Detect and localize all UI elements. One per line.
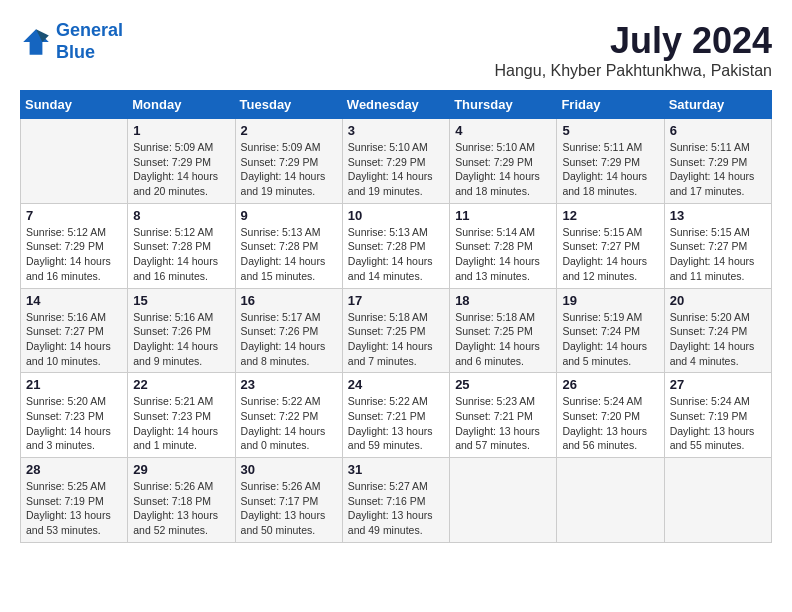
day-number: 6 (670, 123, 766, 138)
week-row-5: 28Sunrise: 5:25 AM Sunset: 7:19 PM Dayli… (21, 458, 772, 543)
calendar-cell: 18Sunrise: 5:18 AM Sunset: 7:25 PM Dayli… (450, 288, 557, 373)
calendar-cell: 2Sunrise: 5:09 AM Sunset: 7:29 PM Daylig… (235, 119, 342, 204)
day-number: 12 (562, 208, 658, 223)
day-number: 29 (133, 462, 229, 477)
day-info: Sunrise: 5:19 AM Sunset: 7:24 PM Dayligh… (562, 310, 658, 369)
day-info: Sunrise: 5:27 AM Sunset: 7:16 PM Dayligh… (348, 479, 444, 538)
logo-text: General Blue (56, 20, 123, 63)
day-info: Sunrise: 5:09 AM Sunset: 7:29 PM Dayligh… (241, 140, 337, 199)
day-number: 4 (455, 123, 551, 138)
weekday-header-thursday: Thursday (450, 91, 557, 119)
day-number: 22 (133, 377, 229, 392)
day-number: 19 (562, 293, 658, 308)
day-info: Sunrise: 5:16 AM Sunset: 7:27 PM Dayligh… (26, 310, 122, 369)
day-info: Sunrise: 5:12 AM Sunset: 7:29 PM Dayligh… (26, 225, 122, 284)
day-number: 24 (348, 377, 444, 392)
day-number: 17 (348, 293, 444, 308)
calendar-cell: 6Sunrise: 5:11 AM Sunset: 7:29 PM Daylig… (664, 119, 771, 204)
day-number: 20 (670, 293, 766, 308)
day-info: Sunrise: 5:18 AM Sunset: 7:25 PM Dayligh… (348, 310, 444, 369)
day-info: Sunrise: 5:12 AM Sunset: 7:28 PM Dayligh… (133, 225, 229, 284)
day-info: Sunrise: 5:24 AM Sunset: 7:20 PM Dayligh… (562, 394, 658, 453)
calendar-cell: 23Sunrise: 5:22 AM Sunset: 7:22 PM Dayli… (235, 373, 342, 458)
day-number: 15 (133, 293, 229, 308)
day-number: 1 (133, 123, 229, 138)
week-row-4: 21Sunrise: 5:20 AM Sunset: 7:23 PM Dayli… (21, 373, 772, 458)
week-row-2: 7Sunrise: 5:12 AM Sunset: 7:29 PM Daylig… (21, 203, 772, 288)
day-info: Sunrise: 5:13 AM Sunset: 7:28 PM Dayligh… (348, 225, 444, 284)
day-number: 8 (133, 208, 229, 223)
calendar-cell: 17Sunrise: 5:18 AM Sunset: 7:25 PM Dayli… (342, 288, 449, 373)
day-info: Sunrise: 5:16 AM Sunset: 7:26 PM Dayligh… (133, 310, 229, 369)
day-number: 16 (241, 293, 337, 308)
day-info: Sunrise: 5:26 AM Sunset: 7:18 PM Dayligh… (133, 479, 229, 538)
calendar-cell (21, 119, 128, 204)
day-info: Sunrise: 5:20 AM Sunset: 7:23 PM Dayligh… (26, 394, 122, 453)
calendar-cell: 10Sunrise: 5:13 AM Sunset: 7:28 PM Dayli… (342, 203, 449, 288)
day-number: 26 (562, 377, 658, 392)
calendar-cell: 28Sunrise: 5:25 AM Sunset: 7:19 PM Dayli… (21, 458, 128, 543)
calendar-cell (450, 458, 557, 543)
calendar-cell: 3Sunrise: 5:10 AM Sunset: 7:29 PM Daylig… (342, 119, 449, 204)
day-info: Sunrise: 5:15 AM Sunset: 7:27 PM Dayligh… (670, 225, 766, 284)
day-info: Sunrise: 5:13 AM Sunset: 7:28 PM Dayligh… (241, 225, 337, 284)
title-area: July 2024 Hangu, Khyber Pakhtunkhwa, Pak… (495, 20, 773, 80)
day-number: 7 (26, 208, 122, 223)
day-info: Sunrise: 5:25 AM Sunset: 7:19 PM Dayligh… (26, 479, 122, 538)
weekday-header-monday: Monday (128, 91, 235, 119)
month-year: July 2024 (495, 20, 773, 62)
week-row-1: 1Sunrise: 5:09 AM Sunset: 7:29 PM Daylig… (21, 119, 772, 204)
calendar-cell: 1Sunrise: 5:09 AM Sunset: 7:29 PM Daylig… (128, 119, 235, 204)
calendar-cell: 16Sunrise: 5:17 AM Sunset: 7:26 PM Dayli… (235, 288, 342, 373)
day-number: 23 (241, 377, 337, 392)
calendar-cell: 9Sunrise: 5:13 AM Sunset: 7:28 PM Daylig… (235, 203, 342, 288)
calendar-cell: 14Sunrise: 5:16 AM Sunset: 7:27 PM Dayli… (21, 288, 128, 373)
day-info: Sunrise: 5:09 AM Sunset: 7:29 PM Dayligh… (133, 140, 229, 199)
day-info: Sunrise: 5:10 AM Sunset: 7:29 PM Dayligh… (455, 140, 551, 199)
calendar-cell: 26Sunrise: 5:24 AM Sunset: 7:20 PM Dayli… (557, 373, 664, 458)
day-number: 28 (26, 462, 122, 477)
day-number: 2 (241, 123, 337, 138)
calendar-cell: 7Sunrise: 5:12 AM Sunset: 7:29 PM Daylig… (21, 203, 128, 288)
calendar-cell: 22Sunrise: 5:21 AM Sunset: 7:23 PM Dayli… (128, 373, 235, 458)
calendar-cell: 21Sunrise: 5:20 AM Sunset: 7:23 PM Dayli… (21, 373, 128, 458)
day-number: 18 (455, 293, 551, 308)
calendar-cell: 19Sunrise: 5:19 AM Sunset: 7:24 PM Dayli… (557, 288, 664, 373)
day-info: Sunrise: 5:11 AM Sunset: 7:29 PM Dayligh… (562, 140, 658, 199)
weekday-header-row: SundayMondayTuesdayWednesdayThursdayFrid… (21, 91, 772, 119)
calendar-cell: 30Sunrise: 5:26 AM Sunset: 7:17 PM Dayli… (235, 458, 342, 543)
day-info: Sunrise: 5:17 AM Sunset: 7:26 PM Dayligh… (241, 310, 337, 369)
calendar-cell (664, 458, 771, 543)
logo-line2: Blue (56, 42, 95, 62)
header: General Blue July 2024 Hangu, Khyber Pak… (20, 20, 772, 80)
day-number: 11 (455, 208, 551, 223)
logo: General Blue (20, 20, 123, 63)
day-number: 21 (26, 377, 122, 392)
day-number: 31 (348, 462, 444, 477)
day-number: 14 (26, 293, 122, 308)
calendar-cell: 13Sunrise: 5:15 AM Sunset: 7:27 PM Dayli… (664, 203, 771, 288)
day-info: Sunrise: 5:14 AM Sunset: 7:28 PM Dayligh… (455, 225, 551, 284)
calendar-cell: 15Sunrise: 5:16 AM Sunset: 7:26 PM Dayli… (128, 288, 235, 373)
weekday-header-friday: Friday (557, 91, 664, 119)
weekday-header-saturday: Saturday (664, 91, 771, 119)
day-info: Sunrise: 5:21 AM Sunset: 7:23 PM Dayligh… (133, 394, 229, 453)
calendar-cell (557, 458, 664, 543)
calendar-cell: 8Sunrise: 5:12 AM Sunset: 7:28 PM Daylig… (128, 203, 235, 288)
calendar-cell: 5Sunrise: 5:11 AM Sunset: 7:29 PM Daylig… (557, 119, 664, 204)
day-info: Sunrise: 5:15 AM Sunset: 7:27 PM Dayligh… (562, 225, 658, 284)
day-number: 9 (241, 208, 337, 223)
day-info: Sunrise: 5:11 AM Sunset: 7:29 PM Dayligh… (670, 140, 766, 199)
day-info: Sunrise: 5:18 AM Sunset: 7:25 PM Dayligh… (455, 310, 551, 369)
week-row-3: 14Sunrise: 5:16 AM Sunset: 7:27 PM Dayli… (21, 288, 772, 373)
logo-line1: General (56, 20, 123, 40)
day-number: 27 (670, 377, 766, 392)
calendar-cell: 12Sunrise: 5:15 AM Sunset: 7:27 PM Dayli… (557, 203, 664, 288)
day-info: Sunrise: 5:22 AM Sunset: 7:22 PM Dayligh… (241, 394, 337, 453)
day-info: Sunrise: 5:20 AM Sunset: 7:24 PM Dayligh… (670, 310, 766, 369)
day-info: Sunrise: 5:23 AM Sunset: 7:21 PM Dayligh… (455, 394, 551, 453)
calendar-cell: 27Sunrise: 5:24 AM Sunset: 7:19 PM Dayli… (664, 373, 771, 458)
calendar-cell: 29Sunrise: 5:26 AM Sunset: 7:18 PM Dayli… (128, 458, 235, 543)
calendar-cell: 20Sunrise: 5:20 AM Sunset: 7:24 PM Dayli… (664, 288, 771, 373)
day-number: 13 (670, 208, 766, 223)
